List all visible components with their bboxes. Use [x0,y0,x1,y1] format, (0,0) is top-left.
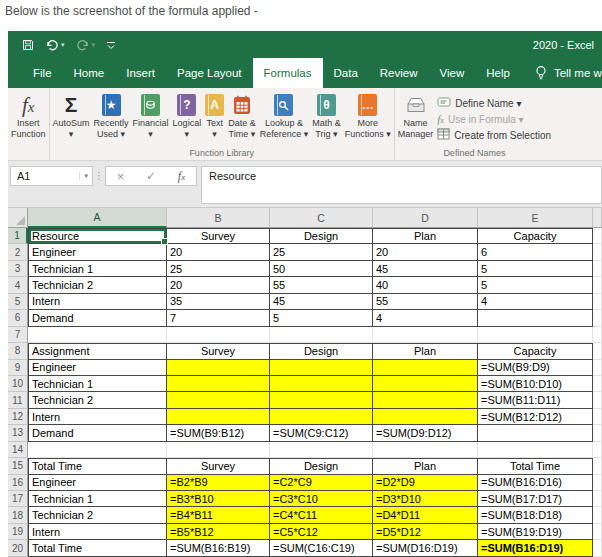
cell-E20[interactable]: =SUM(B16:D19) [478,540,593,556]
cell-A14[interactable] [28,442,167,458]
ribbon-math-trig-button[interactable]: θMath &Trig ▾ [310,90,343,148]
cell-C14[interactable] [270,442,373,458]
column-header-B[interactable]: B [167,208,270,228]
tell-me-box[interactable]: Tell me what you want [535,58,602,88]
cell-C12[interactable] [270,409,373,425]
cell-D8[interactable]: Plan [373,343,478,359]
redo-button[interactable]: ▾ [76,39,96,51]
row-header-18[interactable]: 18 [8,507,28,523]
cell-B7[interactable] [167,327,270,343]
cell-A4[interactable]: Technician 2 [28,277,167,293]
cell-B10[interactable] [167,376,270,392]
cell-A11[interactable]: Technician 2 [28,392,167,408]
row-header-19[interactable]: 19 [8,524,28,540]
cancel-icon[interactable]: × [117,169,125,184]
row-header-11[interactable]: 11 [8,392,28,408]
cell-D16[interactable]: =D2*D9 [373,475,478,491]
cell-E1[interactable]: Capacity [478,228,593,244]
row-header-7[interactable]: 7 [8,327,28,343]
row-header-14[interactable]: 14 [8,442,28,458]
cell-E16[interactable]: =SUM(B16:D16) [478,475,593,491]
column-header-C[interactable]: C [270,208,373,228]
cell-D2[interactable]: 20 [373,244,478,260]
insert-function-icon[interactable]: fx [178,169,185,184]
cell-C19[interactable]: =C5*C12 [270,524,373,540]
cell-D12[interactable] [373,409,478,425]
cell-E12[interactable]: =SUM(B12:D12) [478,409,593,425]
cell-D5[interactable]: 55 [373,294,478,310]
cell-B14[interactable] [167,442,270,458]
cell-A2[interactable]: Engineer [28,244,167,260]
cell-A5[interactable]: Intern [28,294,167,310]
ribbon-text-button[interactable]: AText▾ [203,90,226,148]
cell-A17[interactable]: Technician 1 [28,491,167,507]
ribbon-name-manager-button[interactable]: NameManager [396,90,436,148]
cell-B2[interactable]: 20 [167,244,270,260]
save-button[interactable] [22,39,34,51]
cell-B17[interactable]: =B3*B10 [167,491,270,507]
cell-C1[interactable]: Design [270,228,373,244]
cell-A6[interactable]: Demand [28,310,167,326]
row-header-9[interactable]: 9 [8,360,28,376]
ribbon-recently-used-button[interactable]: ★RecentlyUsed ▾ [92,90,131,148]
cell-E8[interactable]: Capacity [478,343,593,359]
cell-E10[interactable]: =SUM(B10:D10) [478,376,593,392]
cell-C10[interactable] [270,376,373,392]
tab-insert[interactable]: Insert [115,58,166,88]
cell-D1[interactable]: Plan [373,228,478,244]
row-header-17[interactable]: 17 [8,491,28,507]
cell-E7[interactable] [478,327,593,343]
cell-E18[interactable]: =SUM(B18:D18) [478,507,593,523]
cell-C8[interactable]: Design [270,343,373,359]
cell-B5[interactable]: 35 [167,294,270,310]
ribbon-more-functions-button[interactable]: …MoreFunctions ▾ [343,90,393,148]
row-header-10[interactable]: 10 [8,376,28,392]
cell-D18[interactable]: =D4*D11 [373,507,478,523]
cell-E17[interactable]: =SUM(B17:D17) [478,491,593,507]
cell-D9[interactable] [373,360,478,376]
cell-D20[interactable]: =SUM(D16:D19) [373,540,478,556]
cell-C13[interactable]: =SUM(C9:C12) [270,425,373,441]
cell-C16[interactable]: =C2*C9 [270,475,373,491]
cell-D10[interactable] [373,376,478,392]
formula-input[interactable]: Resource [201,166,602,204]
cell-B20[interactable]: =SUM(B16:B19) [167,540,270,556]
cell-B19[interactable]: =B5*B12 [167,524,270,540]
cell-E2[interactable]: 6 [478,244,593,260]
tab-review[interactable]: Review [369,58,429,88]
cell-D17[interactable]: =D3*D10 [373,491,478,507]
tab-home[interactable]: Home [63,58,116,88]
row-header-16[interactable]: 16 [8,475,28,491]
cell-A9[interactable]: Engineer [28,360,167,376]
cell-A8[interactable]: Assignment [28,343,167,359]
row-header-15[interactable]: 15 [8,458,28,474]
cell-D11[interactable] [373,392,478,408]
cell-D7[interactable] [373,327,478,343]
cell-B4[interactable]: 20 [167,277,270,293]
cell-B1[interactable]: Survey [167,228,270,244]
cell-A1[interactable]: Resource [28,228,167,244]
row-header-1[interactable]: 1 [8,228,28,244]
ribbon-create-from-selection-button[interactable]: Create from Selection [437,128,551,143]
cell-A13[interactable]: Demand [28,425,167,441]
cell-B16[interactable]: =B2*B9 [167,475,270,491]
ribbon-insert-function-button[interactable]: fxInsertFunction [9,90,48,148]
cell-B11[interactable] [167,392,270,408]
cell-E5[interactable]: 4 [478,294,593,310]
row-header-6[interactable]: 6 [8,310,28,326]
cell-B8[interactable]: Survey [167,343,270,359]
cell-E15[interactable]: Total Time [478,458,593,474]
cell-B15[interactable]: Survey [167,458,270,474]
cell-B13[interactable]: =SUM(B9:B12) [167,425,270,441]
cell-E4[interactable]: 5 [478,277,593,293]
tab-view[interactable]: View [429,58,476,88]
ribbon-define-name-button[interactable]: Define Name ▾ [437,96,551,111]
undo-button[interactable]: ▾ [45,39,65,51]
cell-E14[interactable] [478,442,593,458]
cell-D6[interactable]: 4 [373,310,478,326]
cell-A19[interactable]: Intern [28,524,167,540]
cell-E3[interactable]: 5 [478,261,593,277]
row-header-8[interactable]: 8 [8,343,28,359]
cell-E13[interactable] [478,425,593,441]
cell-C7[interactable] [270,327,373,343]
